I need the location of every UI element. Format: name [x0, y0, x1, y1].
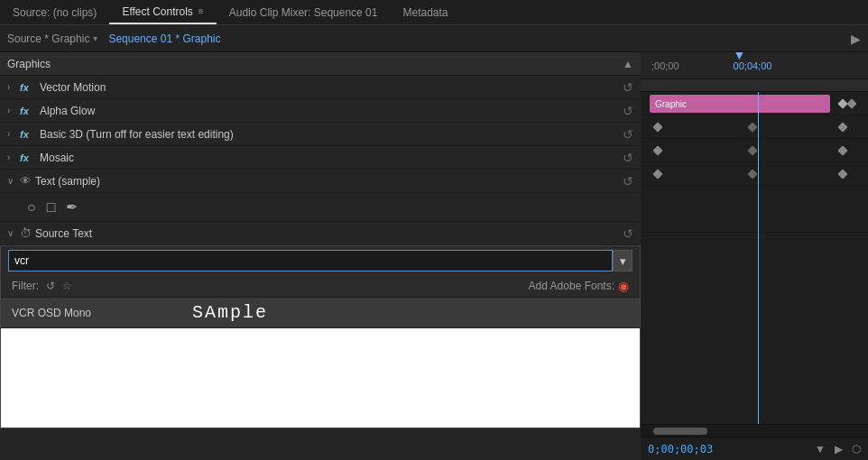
expand-icon[interactable]: ›: [7, 106, 16, 115]
keyframe-diamond: [837, 169, 847, 179]
keyframe-diamond: [747, 169, 757, 179]
graphic-clip-label: Graphic: [655, 99, 687, 109]
source-selector: Source * Graphic ▾: [7, 32, 97, 45]
keyframe-diamond: [846, 98, 856, 108]
effect-row-vector-motion[interactable]: › fx Vector Motion ↺: [0, 76, 641, 99]
bottom-bar: 0;00;00;03 ▼ ▶ ⬡: [641, 437, 868, 460]
timeline-header: ;00;00 00;04;00 ▼: [641, 52, 868, 79]
export-icon[interactable]: ⬡: [852, 443, 861, 455]
tab-effect-controls[interactable]: Effect Controls ≡: [109, 0, 216, 24]
play-icon[interactable]: ▶: [835, 443, 843, 455]
tab-bar: Source: (no clips) Effect Controls ≡ Aud…: [0, 0, 868, 25]
effect-name: Vector Motion: [40, 81, 619, 94]
font-name: VCR OSD Mono: [12, 307, 192, 319]
track-row-4: [641, 186, 868, 233]
effect-name: Alpha Glow: [40, 105, 619, 117]
timecode-start: ;00;00: [651, 60, 679, 71]
section-header: Graphics ▲: [0, 52, 641, 76]
fx-badge: fx: [20, 106, 36, 116]
effect-row-basic-3d[interactable]: › fx Basic 3D (Turn off for easier text …: [0, 123, 641, 146]
font-preview: SAmple: [192, 302, 629, 323]
text-sample-label: Text (sample): [35, 175, 619, 188]
bottom-controls: ▼ ▶ ⬡: [815, 443, 861, 455]
fx-badge: fx: [20, 129, 36, 140]
expand-icon[interactable]: ∨: [7, 228, 16, 238]
favorites-icon[interactable]: ☆: [62, 280, 72, 292]
effect-name: Basic 3D (Turn off for easier text editi…: [40, 128, 619, 141]
text-sample-row[interactable]: ∨ 👁 Text (sample) ↺: [0, 170, 641, 193]
pen-tool-icon[interactable]: ✒: [66, 198, 78, 216]
add-fonts-label: Add Adobe Fonts:: [529, 280, 614, 292]
keyframe-diamond: [652, 122, 662, 132]
font-dropdown-button[interactable]: ▾: [613, 250, 633, 271]
left-panel: Graphics ▲ › fx Vector Motion ↺ › fx Alp…: [0, 52, 641, 460]
source-dropdown-arrow[interactable]: ▾: [93, 33, 97, 43]
timeline-timecodes: ;00;00 00;04;00 ▼: [644, 60, 864, 71]
font-row[interactable]: VCR OSD Mono SAmple: [1, 298, 640, 328]
font-dropdown: ▾ Filter: ↺ ☆ Add Adobe Fonts: ◉ VCR OSD…: [0, 245, 641, 428]
font-list-empty-area: [1, 328, 640, 428]
timeline-tracks: Graphic: [641, 92, 868, 424]
expand-icon[interactable]: ›: [7, 152, 16, 162]
tab-metadata[interactable]: Metadata: [390, 0, 460, 24]
font-search-input[interactable]: [8, 250, 613, 271]
keyframe-diamond: [652, 145, 662, 155]
right-panel: ;00;00 00;04;00 ▼ Graphic: [641, 52, 868, 460]
reset-icon[interactable]: ↺: [623, 80, 633, 95]
effect-row-mosaic[interactable]: › fx Mosaic ↺: [0, 146, 641, 170]
scroll-up-icon[interactable]: ▲: [623, 58, 633, 70]
horizontal-scrollbar[interactable]: [641, 424, 868, 437]
track-row-3: [641, 162, 868, 186]
stopwatch-icon[interactable]: ⏱: [20, 226, 32, 240]
keyframe-diamond: [837, 145, 847, 155]
sequence-link[interactable]: Sequence 01 * Graphic: [108, 32, 220, 45]
filter-icon[interactable]: ▼: [815, 443, 826, 455]
expand-icon[interactable]: ›: [7, 129, 16, 139]
adobe-icon: ◉: [618, 279, 629, 293]
track-row-graphic: Graphic: [641, 92, 868, 115]
fx-badge: fx: [20, 152, 36, 163]
expand-icon[interactable]: ›: [7, 82, 16, 92]
navigate-left-icon[interactable]: ▶: [851, 32, 861, 46]
recently-used-icon[interactable]: ↺: [46, 280, 55, 292]
source-label: Source * Graphic: [7, 32, 89, 45]
reset-icon[interactable]: ↺: [623, 151, 633, 165]
reset-icon[interactable]: ↺: [623, 174, 633, 189]
tab-audio-clip-mixer[interactable]: Audio Clip Mixer: Sequence 01: [217, 0, 391, 24]
filter-row: Filter: ↺ ☆ Add Adobe Fonts: ◉: [1, 275, 640, 298]
effect-name: Mosaic: [40, 152, 619, 164]
keyframe-diamond: [747, 122, 757, 132]
sub-header-controls: ▶: [851, 32, 861, 46]
source-text-label: Source Text: [35, 227, 619, 240]
filter-label: Filter:: [12, 280, 39, 292]
visibility-icon[interactable]: 👁: [20, 174, 32, 188]
keyframe-diamond: [652, 169, 662, 179]
track-row-1: [641, 115, 868, 139]
rectangle-tool-icon[interactable]: □: [47, 199, 56, 216]
effect-row-alpha-glow[interactable]: › fx Alpha Glow ↺: [0, 99, 641, 123]
track-row-2: [641, 139, 868, 162]
text-tools-row: ○ □ ✒: [0, 193, 641, 222]
menu-icon: ≡: [199, 6, 204, 16]
reset-icon[interactable]: ↺: [623, 104, 633, 118]
tab-source[interactable]: Source: (no clips): [0, 0, 109, 24]
fx-badge: fx: [20, 82, 36, 93]
source-text-row: ∨ ⏱ Source Text ↺: [0, 222, 641, 245]
graphic-clip[interactable]: Graphic: [650, 95, 830, 113]
main-layout: Graphics ▲ › fx Vector Motion ↺ › fx Alp…: [0, 52, 868, 460]
bottom-timecode: 0;00;00;03: [648, 443, 713, 455]
expand-arrow-icon[interactable]: ∨: [7, 176, 16, 186]
timecode-playhead: 00;04;00 ▼: [734, 60, 772, 71]
font-list: VCR OSD Mono SAmple: [1, 298, 640, 428]
reset-icon[interactable]: ↺: [623, 226, 633, 241]
font-search-row: ▾: [1, 246, 640, 275]
keyframe-diamond: [837, 122, 847, 132]
section-title: Graphics: [7, 58, 51, 70]
reset-icon[interactable]: ↺: [623, 127, 633, 142]
playhead-icon: ▼: [734, 52, 746, 62]
ellipse-tool-icon[interactable]: ○: [27, 199, 36, 216]
scrollbar-thumb[interactable]: [653, 428, 707, 435]
keyframe-diamond: [747, 145, 757, 155]
add-adobe-fonts[interactable]: Add Adobe Fonts: ◉: [529, 279, 629, 293]
sub-header: Source * Graphic ▾ Sequence 01 * Graphic…: [0, 25, 868, 52]
